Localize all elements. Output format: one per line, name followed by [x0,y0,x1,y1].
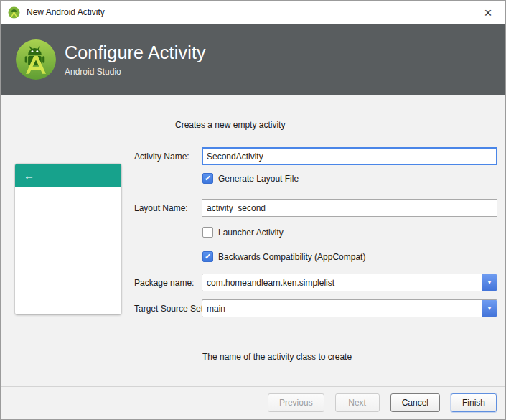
launcher-activity-label[interactable]: Launcher Activity [218,228,284,238]
package-name-value[interactable]: com.homeandlearn.ken.simplelist [202,278,482,288]
form-description: Creates a new empty activity [175,120,285,130]
check-icon: ✓ [205,174,211,182]
package-name-label: Package name: [134,278,194,288]
android-studio-logo-icon [15,39,57,80]
target-source-set-dropdown-button[interactable]: ▼ [482,300,497,317]
wizard-banner: Configure Activity Android Studio [1,24,505,95]
cancel-button[interactable]: Cancel [390,393,440,412]
button-bar: Previous Next Cancel Finish [268,393,497,412]
previous-button[interactable]: Previous [268,393,324,412]
package-name-combobox[interactable]: com.homeandlearn.ken.simplelist ▼ [202,274,497,291]
finish-button[interactable]: Finish [451,393,497,412]
backwards-compat-checkbox[interactable]: ✓ [202,251,213,262]
banner-title: Configure Activity [65,42,206,63]
field-hint: The name of the activity class to create [202,352,352,362]
check-icon: ✓ [205,253,211,261]
activity-name-input[interactable] [202,147,497,165]
layout-name-label: Layout Name: [134,203,188,213]
back-arrow-icon: ← [24,170,34,181]
chevron-down-icon: ▼ [487,306,492,312]
backwards-compat-label[interactable]: Backwards Compatibility (AppCompat) [218,252,365,262]
new-activity-dialog: { "window": { "title": "New Android Acti… [0,0,506,420]
android-studio-app-icon [8,6,20,19]
banner-subtitle: Android Studio [65,67,206,77]
activity-preview-thumbnail: ← [15,164,121,314]
generate-layout-checkbox[interactable]: ✓ [202,173,213,184]
generate-layout-row: ✓ Generate Layout File [202,173,299,184]
layout-name-input[interactable] [202,199,497,217]
chevron-down-icon: ▼ [487,280,492,286]
preview-appbar: ← [15,164,121,187]
target-source-set-label: Target Source Set: [134,304,205,314]
target-source-set-combobox[interactable]: main ▼ [202,299,497,317]
window-title: New Android Activity [27,7,105,17]
close-icon[interactable]: × [478,2,498,22]
backwards-compat-row: ✓ Backwards Compatibility (AppCompat) [202,251,365,262]
launcher-activity-checkbox[interactable]: ✓ [202,227,213,238]
launcher-activity-row: ✓ Launcher Activity [202,227,284,238]
banner-text: Configure Activity Android Studio [65,42,206,77]
activity-name-label: Activity Name: [134,151,189,162]
titlebar[interactable]: New Android Activity × [1,1,505,24]
generate-layout-label[interactable]: Generate Layout File [218,174,299,184]
hint-divider [176,345,497,345]
footer-divider [1,386,505,387]
next-button[interactable]: Next [335,393,380,412]
target-source-set-value[interactable]: main [202,304,482,314]
package-name-dropdown-button[interactable]: ▼ [482,274,497,291]
